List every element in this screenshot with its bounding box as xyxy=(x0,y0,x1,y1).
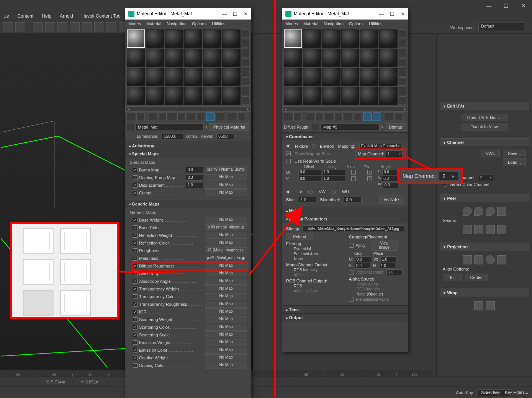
fit-button[interactable]: Fit xyxy=(443,274,462,281)
menu-item[interactable]: Content xyxy=(17,13,33,19)
map-slot-button[interactable]: No Map xyxy=(205,263,247,269)
map-enable-checkbox[interactable] xyxy=(133,218,138,222)
sample-slot[interactable] xyxy=(341,87,360,105)
sample-scrollbar[interactable] xyxy=(282,106,408,112)
sample-slot[interactable] xyxy=(303,49,321,67)
u-tile-checkbox[interactable] xyxy=(367,170,372,175)
rollout-output[interactable]: Output xyxy=(282,314,408,321)
minimize-button[interactable]: — xyxy=(480,0,498,11)
sample-slot[interactable] xyxy=(341,49,360,67)
map-enable-checkbox[interactable] xyxy=(133,317,138,322)
peel-icon[interactable] xyxy=(486,207,495,216)
map-enable-checkbox[interactable] xyxy=(133,340,138,345)
make-unique-button[interactable] xyxy=(177,113,186,121)
map-slot-button[interactable]: p #2 (Metal_metallic.jp xyxy=(205,255,247,262)
cylinder-icon[interactable] xyxy=(474,255,483,264)
map-slot-button[interactable]: No Map xyxy=(205,240,247,246)
put-to-scene-button[interactable] xyxy=(136,113,145,121)
peel-icon[interactable] xyxy=(474,207,483,216)
map-amount-spinner[interactable]: 0.3 xyxy=(186,167,203,173)
sample-slot[interactable] xyxy=(303,87,321,105)
maximize-button[interactable]: ☐ xyxy=(498,0,515,11)
sample-slot[interactable] xyxy=(360,87,378,105)
pick-material-button[interactable] xyxy=(127,124,134,130)
sample-slot[interactable] xyxy=(222,49,241,67)
rollout-special-maps[interactable]: Special Maps xyxy=(125,150,251,158)
sample-slot[interactable] xyxy=(165,87,183,105)
maximize-icon[interactable]: ☐ xyxy=(390,11,394,17)
map-enable-checkbox[interactable] xyxy=(133,256,138,261)
options-button[interactable] xyxy=(242,87,249,95)
video-check-button[interactable] xyxy=(242,68,249,76)
load-button[interactable]: Load... xyxy=(503,158,526,166)
window-titlebar[interactable]: Material Editor - Metal_Mat — ☐ ✕ xyxy=(125,8,251,20)
open-uv-editor-button[interactable]: Open UV Editor ... xyxy=(462,114,507,121)
sample-slot[interactable] xyxy=(165,68,183,86)
texture-radio[interactable] xyxy=(286,144,290,148)
sample-slot[interactable] xyxy=(184,68,203,86)
v-offset-spinner[interactable]: 0.0 xyxy=(298,176,321,182)
environ-radio[interactable] xyxy=(312,144,316,148)
map-enable-checkbox[interactable] xyxy=(133,168,138,172)
rollout-anisotropy[interactable]: Anisotropy xyxy=(125,142,251,150)
save-button[interactable]: Save... xyxy=(503,150,526,157)
menu-item[interactable]: Havok Content Too xyxy=(82,13,121,19)
map-enable-checkbox[interactable] xyxy=(133,279,138,284)
wu-radio[interactable] xyxy=(332,190,336,194)
toolbar-button[interactable] xyxy=(94,22,104,32)
sample-slot[interactable] xyxy=(360,68,378,86)
show-map-checkbox[interactable] xyxy=(286,152,291,156)
material-name-input[interactable] xyxy=(135,123,204,131)
view-image-button[interactable]: View Image xyxy=(371,240,398,251)
sample-slot[interactable] xyxy=(184,29,203,48)
map-enable-checkbox[interactable] xyxy=(133,302,138,307)
sample-slot[interactable] xyxy=(184,49,203,67)
key-filters-button[interactable]: Key Filters... xyxy=(505,390,528,395)
map-slot-button[interactable]: No Map xyxy=(205,174,247,181)
sample-slot[interactable] xyxy=(127,49,145,67)
backlight-button[interactable] xyxy=(399,39,406,47)
rollout-coordinates[interactable]: Coordinates xyxy=(282,133,408,140)
put-to-library-button[interactable] xyxy=(344,113,352,121)
u-mirror-checkbox[interactable] xyxy=(351,170,356,175)
kelvin-spinner[interactable]: 6500 xyxy=(216,133,234,139)
map-slot-button[interactable]: No Map xyxy=(205,232,247,239)
menu-item[interactable]: Help xyxy=(42,13,51,19)
sample-slot[interactable] xyxy=(146,87,164,105)
minimize-icon[interactable]: — xyxy=(379,11,384,17)
menu-utilities[interactable]: Utilities xyxy=(212,21,225,26)
sample-slot[interactable] xyxy=(284,29,302,48)
crop-u-spinner[interactable]: 0.0 xyxy=(355,256,371,262)
rollout-time[interactable]: Time xyxy=(282,306,408,313)
w-angle-spinner[interactable]: 0.0 xyxy=(383,182,398,188)
crop-w-spinner[interactable]: 1.0 xyxy=(380,256,396,262)
use-real-world-checkbox[interactable] xyxy=(286,159,291,163)
wrap-icon[interactable] xyxy=(474,301,483,310)
map-slot-button[interactable]: No Map xyxy=(205,278,247,285)
close-button[interactable]: ✕ xyxy=(515,0,532,11)
rollout-channel[interactable]: Channel xyxy=(440,138,529,146)
sample-slot[interactable] xyxy=(322,49,340,67)
window-titlebar[interactable]: Material Editor - Metal_Mat — ☐ ✕ xyxy=(282,8,408,20)
v-tile-checkbox[interactable] xyxy=(367,176,372,181)
u-offset-spinner[interactable]: 0.0 xyxy=(298,169,321,175)
map-slot-button[interactable]: No Map xyxy=(205,347,247,354)
menu-modes[interactable]: Modes xyxy=(128,21,141,26)
rollout-bitmap-parameters[interactable]: Bitmap Parameters xyxy=(282,215,408,223)
jitter-checkbox[interactable] xyxy=(349,270,354,275)
map-enable-checkbox[interactable] xyxy=(133,183,138,188)
get-material-button[interactable] xyxy=(284,113,292,121)
sample-slot[interactable] xyxy=(165,29,183,48)
map-enable-checkbox[interactable] xyxy=(133,356,138,360)
sample-slot[interactable] xyxy=(379,68,398,86)
sample-slot[interactable] xyxy=(322,29,340,48)
map-slot-button[interactable]: No Map xyxy=(205,324,247,331)
map-channel-spinner[interactable]: 1 xyxy=(386,150,403,157)
bitmap-path-button[interactable]: ...rk\ForMike\Max_SampleScene\SampleCube… xyxy=(303,225,404,232)
toolbar-button[interactable] xyxy=(57,22,67,32)
map-name-input[interactable] xyxy=(321,123,380,131)
background-button[interactable] xyxy=(399,49,406,57)
apply-checkbox[interactable] xyxy=(349,243,354,248)
sample-type-button[interactable] xyxy=(242,29,249,38)
vws-button[interactable]: VWs xyxy=(481,150,500,157)
